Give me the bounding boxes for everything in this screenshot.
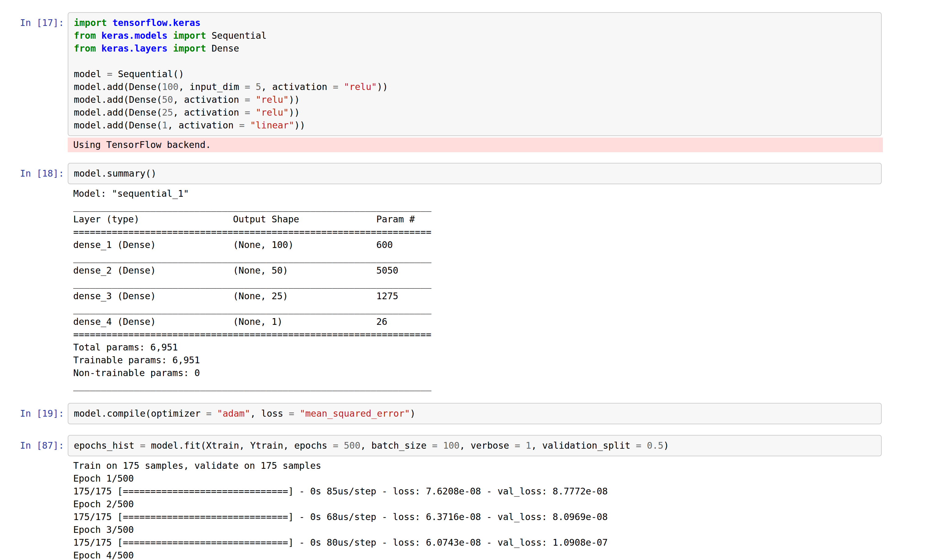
code-token: )) [294, 120, 305, 131]
code-token: Dense [206, 43, 239, 54]
code-token: Sequential [206, 30, 267, 41]
code-token: "relu" [344, 81, 377, 92]
code-token: 25 [162, 107, 173, 118]
code-cell-19: In [19]: model.compile(optimizer = "adam… [11, 403, 916, 424]
code-token: epochs_hist [74, 440, 140, 451]
code-token [641, 440, 647, 451]
code-token: ) [664, 440, 669, 451]
code-token: = [245, 81, 250, 92]
notebook: In [17]: import tensorflow.kerasfrom ker… [0, 0, 925, 560]
input-prompt: In [87]: [11, 435, 64, 452]
input-row: In [17]: import tensorflow.kerasfrom ker… [11, 12, 916, 136]
code-token: 1 [162, 120, 167, 131]
code-token: model.fit(Xtrain, Ytrain, epochs [146, 440, 333, 451]
output-area: Using TensorFlow backend. [68, 137, 916, 152]
code-token [294, 408, 300, 419]
code-token [212, 408, 217, 419]
code-token: import [74, 17, 107, 28]
code-token: model.add(Dense( [74, 94, 162, 105]
input-prompt: In [19]: [11, 403, 64, 420]
cell-content: model.summary() [68, 163, 882, 184]
training-log-output: Train on 175 samples, validate on 175 sa… [68, 459, 916, 560]
code-token: = [140, 440, 146, 451]
code-token: , verbose [459, 440, 515, 451]
code-token: model.summary() [74, 168, 157, 179]
code-line: model.add(Dense(1, activation = "linear"… [74, 119, 875, 132]
code-token: ) [410, 408, 416, 419]
code-token [96, 30, 101, 41]
code-line: model.add(Dense(100, input_dim = 5, acti… [74, 81, 875, 93]
code-token: = [289, 408, 294, 419]
code-token: , loss [250, 408, 289, 419]
code-token: 100 [443, 440, 459, 451]
cell-content: epochs_hist = model.fit(Xtrain, Ytrain, … [68, 435, 882, 456]
code-line: import tensorflow.keras [74, 17, 875, 29]
code-token [167, 43, 173, 54]
code-token: , activation [173, 94, 245, 105]
code-token: keras.layers [101, 43, 167, 54]
code-token: model [74, 69, 107, 79]
code-token: from [74, 30, 96, 41]
code-token [167, 30, 173, 41]
code-cell-17: In [17]: import tensorflow.kerasfrom ker… [11, 12, 916, 152]
code-token [338, 440, 344, 451]
code-token: 1 [526, 440, 531, 451]
code-token: model.add(Dense( [74, 107, 162, 118]
input-prompt: In [17]: [11, 12, 64, 29]
code-token [338, 81, 344, 92]
code-line: model.summary() [74, 167, 875, 180]
code-token: "adam" [217, 408, 250, 419]
code-token: keras.models [101, 30, 167, 41]
code-input-area[interactable]: epochs_hist = model.fit(Xtrain, Ytrain, … [68, 435, 882, 456]
code-token: = [636, 440, 641, 451]
code-line: from keras.layers import Dense [74, 42, 875, 55]
code-token [250, 81, 256, 92]
code-token: Sequential() [112, 69, 184, 79]
code-token: , activation [173, 107, 245, 118]
code-token: )) [377, 81, 388, 92]
output-area: Model: "sequential_1" __________________… [68, 187, 916, 392]
code-token: 50 [162, 94, 173, 105]
code-token: model.compile(optimizer [74, 408, 206, 419]
code-token: = [432, 440, 437, 451]
code-line: from keras.models import Sequential [74, 29, 875, 42]
code-token: "mean_squared_error" [300, 408, 410, 419]
input-row: In [19]: model.compile(optimizer = "adam… [11, 403, 916, 424]
code-token: = [515, 440, 520, 451]
code-token: 100 [162, 81, 178, 92]
output-area: Train on 175 samples, validate on 175 sa… [68, 459, 916, 560]
code-token [96, 43, 101, 54]
code-input-area[interactable]: model.compile(optimizer = "adam", loss =… [68, 403, 882, 424]
code-line: model.compile(optimizer = "adam", loss =… [74, 407, 875, 420]
code-token: , validation_split [531, 440, 636, 451]
code-token: = [333, 440, 338, 451]
code-token [437, 440, 443, 451]
code-input-area[interactable]: import tensorflow.kerasfrom keras.models… [68, 12, 882, 136]
code-input-area[interactable]: model.summary() [68, 163, 882, 184]
code-line: model.add(Dense(50, activation = "relu")… [74, 93, 875, 106]
code-token: import [173, 43, 206, 54]
code-token: = [107, 69, 112, 79]
input-row: In [18]: model.summary() [11, 163, 916, 184]
code-token: model.add(Dense( [74, 81, 162, 92]
code-cell-18: In [18]: model.summary() Model: "sequent… [11, 163, 916, 392]
code-line: model = Sequential() [74, 68, 875, 81]
code-token: 0.5 [647, 440, 663, 451]
cell-content: import tensorflow.kerasfrom keras.models… [68, 12, 882, 136]
code-token: = [245, 94, 250, 105]
code-token [245, 120, 250, 131]
stderr-output: Using TensorFlow backend. [68, 137, 883, 152]
code-token: "linear" [250, 120, 294, 131]
code-token: "relu" [256, 94, 289, 105]
code-token: model.add(Dense( [74, 120, 162, 131]
code-token [520, 440, 526, 451]
code-token [250, 94, 256, 105]
code-token: , activation [167, 120, 239, 131]
input-prompt: In [18]: [11, 163, 64, 180]
code-token: tensorflow.keras [112, 17, 200, 28]
code-token: , activation [261, 81, 333, 92]
code-token: )) [289, 94, 300, 105]
code-cell-87: In [87]: epochs_hist = model.fit(Xtrain,… [11, 435, 916, 560]
model-summary-output: Model: "sequential_1" __________________… [68, 187, 916, 392]
code-token: 5 [256, 81, 261, 92]
